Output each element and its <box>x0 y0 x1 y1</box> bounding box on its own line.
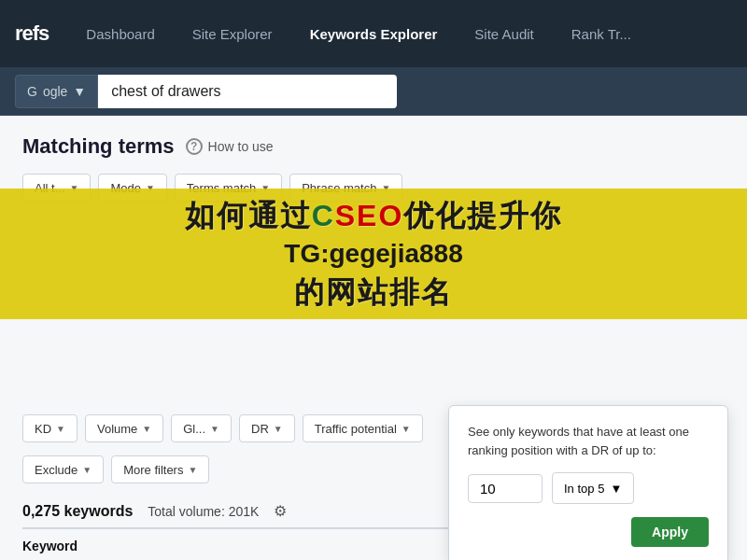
chevron-icon: ▼ <box>82 465 92 475</box>
total-volume: Total volume: 201K <box>148 504 259 519</box>
filter-more-filters[interactable]: More filters ▼ <box>111 455 209 483</box>
nav-dashboard[interactable]: Dashboard <box>78 22 162 46</box>
filter-volume[interactable]: Volume ▼ <box>85 414 163 442</box>
in-top-select[interactable]: In top 5 ▼ <box>552 472 634 504</box>
nav-rank-tracker[interactable]: Rank Tr... <box>564 22 639 46</box>
nav-bar: refs Dashboard Site Explorer Keywords Ex… <box>0 0 747 67</box>
dr-filter-popup: See only keywords that have at least one… <box>448 405 728 560</box>
chevron-icon: ▼ <box>188 465 197 475</box>
filter-kd[interactable]: KD ▼ <box>22 414 78 442</box>
filter-exclude[interactable]: Exclude ▼ <box>22 455 104 483</box>
search-bar: G ogle ▼ <box>0 67 747 116</box>
filter-global[interactable]: Gl... ▼ <box>171 414 232 442</box>
chevron-icon: ▼ <box>274 424 283 434</box>
keywords-count: 0,275 keywords <box>22 503 133 520</box>
apply-button[interactable]: Apply <box>631 517 709 547</box>
chevron-icon: ▼ <box>210 424 219 434</box>
chevron-icon: ▼ <box>142 424 151 434</box>
overlay-text-line1: 如何通过CSEO优化提升你 <box>185 198 563 233</box>
engine-prefix: G <box>27 84 37 99</box>
section-header: Matching terms ? How to use <box>22 134 725 159</box>
filter-dr-label: DR <box>251 422 269 436</box>
filter-traffic-label: Traffic potential <box>315 422 397 436</box>
filter-kd-label: KD <box>35 422 51 436</box>
chevron-icon: ▼ <box>402 424 411 434</box>
section-title: Matching terms <box>22 134 175 159</box>
chevron-icon: ▼ <box>56 424 65 434</box>
help-label: How to use <box>208 139 274 154</box>
overlay-text-line2: 的网站排名 <box>294 274 453 310</box>
popup-input-row: In top 5 ▼ <box>468 472 709 504</box>
help-icon: ? <box>186 138 203 155</box>
filter-exclude-label: Exclude <box>35 463 78 477</box>
nav-site-audit[interactable]: Site Audit <box>467 22 541 46</box>
logo: refs <box>15 21 49 46</box>
search-engine-button[interactable]: G ogle ▼ <box>15 75 98 108</box>
filter-traffic-potential[interactable]: Traffic potential ▼ <box>303 414 423 442</box>
in-top-label: In top 5 <box>564 482 604 496</box>
in-top-chevron: ▼ <box>610 482 622 496</box>
filter-volume-label: Volume <box>97 422 137 436</box>
engine-chevron: ▼ <box>73 84 86 99</box>
main-content: Matching terms ? How to use All t... ▼ M… <box>0 116 747 560</box>
keyword-search-input[interactable] <box>98 75 397 108</box>
nav-site-explorer[interactable]: Site Explorer <box>185 22 280 46</box>
promo-overlay: 如何通过CSEO优化提升你 TG:gegejia888 的网站排名 <box>0 189 747 319</box>
nav-keywords-explorer[interactable]: Keywords Explorer <box>303 22 445 46</box>
how-to-use-button[interactable]: ? How to use <box>186 138 274 155</box>
filter-more-label: More filters <box>123 463 183 477</box>
dr-value-input[interactable] <box>468 474 543 503</box>
popup-description: See only keywords that have at least one… <box>468 423 709 459</box>
overlay-tg-handle: TG:gegejia888 <box>284 239 462 269</box>
filter-global-label: Gl... <box>183 422 205 436</box>
engine-name: ogle <box>43 84 67 99</box>
filter-adjust-icon[interactable]: ⚙ <box>274 502 287 520</box>
filter-dr[interactable]: DR ▼ <box>239 414 295 442</box>
